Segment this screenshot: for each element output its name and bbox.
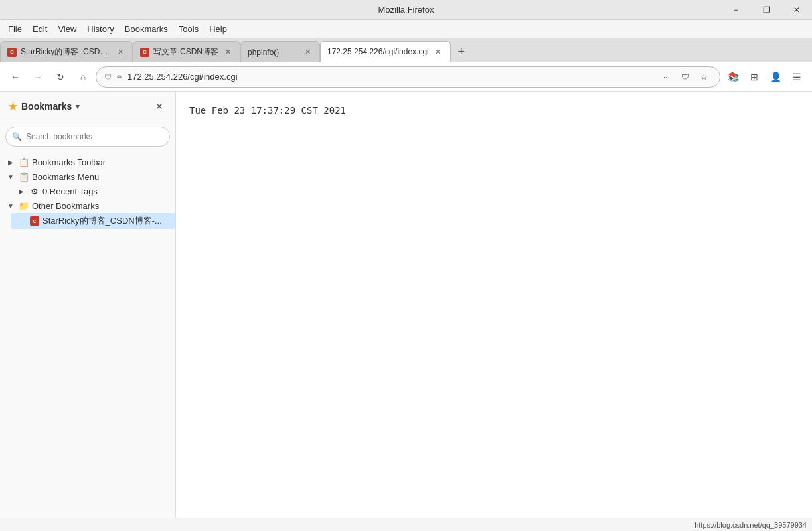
tree-label-menu: Bookmarks Menu [32, 172, 170, 182]
page-text: Tue Feb 23 17:37:29 CST 2021 [189, 105, 799, 115]
reload-button[interactable]: ↻ [50, 67, 70, 87]
minimize-button[interactable]: − [720, 0, 751, 20]
window-title: Mozilla Firefox [378, 5, 434, 15]
tab-label-phpinfo: phpinfo() [248, 48, 298, 57]
menu-file[interactable]: File [3, 21, 27, 37]
bookmark-star-button[interactable]: ☆ [696, 69, 712, 85]
status-url: https://blog.csdn.net/qq_39579934 [694, 521, 807, 529]
title-bar: Mozilla Firefox − ❐ ✕ [0, 0, 812, 20]
page-content: Tue Feb 23 17:37:29 CST 2021 [176, 92, 812, 518]
bookmarks-sidebar: ★ Bookmarks ▾ ✕ 🔍 ▶ 📋 Bookmarks Toolbar … [0, 92, 176, 518]
bookmark-tree: ▶ 📋 Bookmarks Toolbar ▼ 📋 Bookmarks Menu… [0, 152, 175, 232]
tags-icon: ⚙ [29, 186, 40, 196]
tree-label-other: Other Bookmarks [32, 201, 170, 211]
tab-label-cgi: 172.25.254.226/cgi/index.cgi [327, 47, 429, 56]
tab-close-phpinfo[interactable]: ✕ [302, 47, 313, 58]
menu-help[interactable]: Help [204, 21, 232, 37]
tab-label-write: 写文章-CSDN博客 [153, 46, 218, 58]
tab-close-starricky[interactable]: ✕ [115, 47, 125, 58]
sidebar-close-button[interactable]: ✕ [151, 98, 167, 114]
menu-history[interactable]: History [82, 21, 119, 37]
expand-icon-toolbar: ▶ [5, 157, 16, 167]
menu-bookmarks[interactable]: Bookmarks [120, 21, 173, 37]
tab-write[interactable]: C 写文章-CSDN博客 ✕ [133, 41, 240, 62]
tree-label-toolbar: Bookmarks Toolbar [32, 157, 170, 167]
back-button[interactable]: ← [5, 67, 25, 87]
reader-mode-button[interactable]: ··· [659, 69, 675, 85]
nav-bar: ← → ↻ ⌂ 🛡 ✏ 172.25.254.226/cgi/index.cgi… [0, 62, 812, 92]
sidebar-title-text: Bookmarks [21, 101, 72, 112]
menu-view[interactable]: View [52, 21, 82, 37]
tab-close-cgi[interactable]: ✕ [433, 46, 444, 57]
folder-icon-toolbar: 📋 [19, 157, 29, 167]
nav-right-controls: 📚 ⊞ 👤 ☰ [723, 67, 807, 87]
main-area: ★ Bookmarks ▾ ✕ 🔍 ▶ 📋 Bookmarks Toolbar … [0, 92, 812, 518]
url-display: 172.25.254.226/cgi/index.cgi [127, 72, 653, 82]
tree-item-bookmarks-menu[interactable]: ▼ 📋 Bookmarks Menu [0, 169, 175, 184]
tree-label-recent-tags: 0 Recent Tags [42, 187, 170, 196]
tab-cgi[interactable]: 172.25.254.226/cgi/index.cgi ✕ [320, 41, 451, 62]
tree-label-starricky: StarRicky的博客_CSDN博客-... [42, 215, 170, 227]
home-button[interactable]: ⌂ [73, 67, 93, 87]
tree-item-other-bookmarks[interactable]: ▼ 📁 Other Bookmarks [0, 198, 175, 213]
folder-icon-menu: 📋 [19, 171, 29, 182]
search-box: 🔍 [5, 127, 170, 147]
chevron-down-icon: ▾ [76, 102, 80, 111]
tabs-bar: C StarRicky的博客_CSDN博... ✕ C 写文章-CSDN博客 ✕… [0, 38, 812, 62]
close-button[interactable]: ✕ [781, 0, 812, 20]
status-bar: https://blog.csdn.net/qq_39579934 [0, 518, 812, 531]
menu-tools[interactable]: Tools [173, 21, 204, 37]
url-bar[interactable]: 🛡 ✏ 172.25.254.226/cgi/index.cgi ··· 🛡 ☆ [96, 66, 720, 88]
sidebar-title-group: ★ Bookmarks ▾ [8, 100, 80, 113]
sidebar-header: ★ Bookmarks ▾ ✕ [0, 92, 175, 121]
bookmarks-star-icon: ★ [8, 100, 17, 113]
library-button[interactable]: 📚 [723, 67, 743, 87]
csdn-favicon: C [30, 216, 39, 226]
tab-favicon-csdn1: C [7, 48, 17, 57]
folder-icon-other: 📁 [19, 200, 29, 211]
menu-bar: File Edit View History Bookmarks Tools H… [0, 20, 812, 38]
menu-button[interactable]: ☰ [787, 67, 807, 87]
expand-icon-other: ▼ [5, 200, 16, 211]
tree-item-recent-tags[interactable]: ▶ ⚙ 0 Recent Tags [11, 184, 175, 198]
menu-edit[interactable]: Edit [27, 21, 52, 37]
profile-button[interactable]: 👤 [766, 67, 785, 87]
search-icon: 🔍 [12, 132, 22, 141]
search-input[interactable] [5, 127, 170, 147]
tab-close-write[interactable]: ✕ [222, 47, 233, 58]
tab-phpinfo[interactable]: phpinfo() ✕ [240, 41, 320, 62]
favicon-icon-starricky: C [29, 216, 40, 226]
expand-icon-tags: ▶ [16, 186, 27, 196]
shield-icon: 🛡 [104, 73, 112, 81]
expand-icon-menu: ▼ [5, 171, 16, 182]
window-controls: − ❐ ✕ [720, 0, 812, 19]
pocket-button[interactable]: 🛡 [677, 69, 693, 85]
tree-item-bookmarks-toolbar[interactable]: ▶ 📋 Bookmarks Toolbar [0, 155, 175, 169]
tree-item-starricky[interactable]: ▶ C StarRicky的博客_CSDN博客-... [11, 213, 175, 229]
forward-button[interactable]: → [28, 67, 48, 87]
tab-favicon-csdn2: C [140, 48, 149, 57]
restore-button[interactable]: ❐ [751, 0, 781, 20]
tab-label-starricky: StarRicky的博客_CSDN博... [21, 46, 111, 58]
sidebar-toggle-button[interactable]: ⊞ [744, 67, 764, 87]
url-actions: ··· 🛡 ☆ [659, 69, 712, 85]
edit-pen-icon: ✏ [117, 73, 122, 80]
tab-starricky[interactable]: C StarRicky的博客_CSDN博... ✕ [0, 41, 133, 62]
new-tab-button[interactable]: + [451, 41, 472, 62]
